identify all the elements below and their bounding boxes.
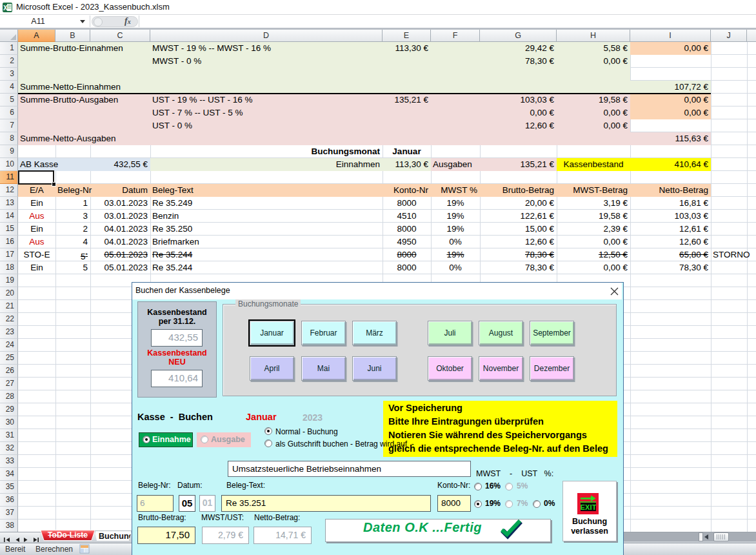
svg-text:X: X bbox=[3, 5, 8, 12]
svg-text:EXIT: EXIT bbox=[581, 503, 597, 511]
